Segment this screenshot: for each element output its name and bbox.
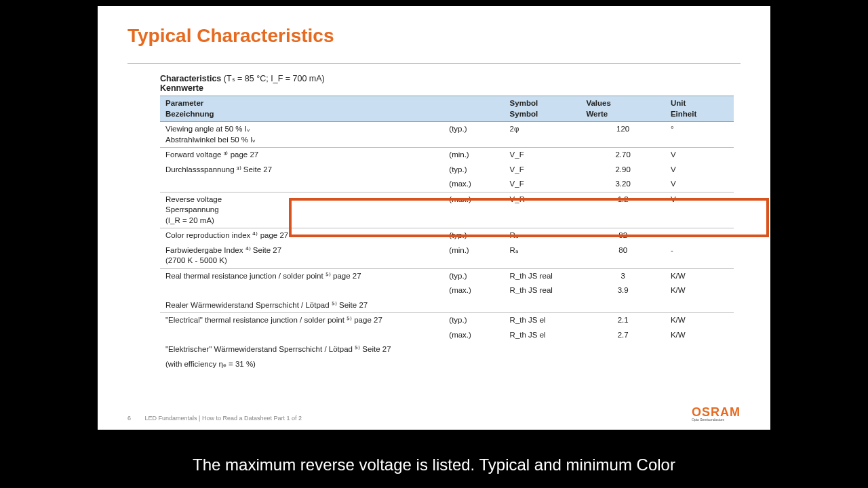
cell-u: [665, 342, 734, 357]
cell-n: (min.): [443, 148, 504, 163]
table-row: (max.)V_F3.20V: [160, 177, 734, 192]
cell-u: °: [665, 122, 734, 148]
page-number: 6: [127, 415, 131, 422]
table-row: "Electrical" thermal resistance junction…: [160, 313, 734, 328]
table-row: Viewing angle at 50 % IᵥAbstrahlwinkel b…: [160, 122, 734, 148]
cell-n: (min.): [443, 243, 504, 269]
slide: Typical Characteristics Characteristics …: [98, 6, 770, 430]
cell-n: (typ.): [443, 122, 504, 148]
cell-v: 2.7: [580, 328, 665, 343]
cell-s: [505, 342, 581, 357]
footer-text: LED Fundamentals | How to Read a Datashe…: [145, 415, 302, 422]
cell-s: R_th JS real: [505, 268, 581, 283]
char-conditions: (Tₛ = 85 °C; I_F = 700 mA): [224, 74, 325, 83]
cell-n: (max.): [443, 328, 504, 343]
cell-u: V: [665, 163, 734, 178]
char-label: Characteristics: [160, 74, 221, 83]
table-row: Farbwiedergabe Index ⁴⁾ Seite 27(2700 K …: [160, 243, 734, 269]
header-symbol: SymbolSymbol: [505, 96, 581, 122]
cell-s: V_F: [505, 177, 581, 192]
slide-title: Typical Characteristics: [127, 25, 741, 47]
cell-p: "Elektrischer" Wärmewiderstand Sperrschi…: [160, 342, 443, 357]
cell-u: [665, 357, 734, 372]
header-parameter: ParameterBezeichnung: [160, 96, 443, 122]
kennwerte-label: Kennwerte: [160, 83, 734, 93]
cell-v: 80: [580, 243, 665, 269]
cell-p: [160, 283, 443, 298]
table-row: Real thermal resistance junction / solde…: [160, 268, 734, 283]
cell-s: V_F: [505, 163, 581, 178]
cell-s: [505, 357, 581, 372]
table-row: Durchlassspannung ³⁾ Seite 27(typ.)V_F2.…: [160, 163, 734, 178]
cell-n: (typ.): [443, 228, 504, 243]
table-row: Color reproduction index ⁴⁾ page 27(typ.…: [160, 228, 734, 243]
cell-v: [580, 298, 665, 313]
brand-logo: OSRAM Opto Semiconductors: [692, 406, 741, 422]
cell-n: [443, 357, 504, 372]
cell-s: R_th JS real: [505, 283, 581, 298]
cell-p: Farbwiedergabe Index ⁴⁾ Seite 27(2700 K …: [160, 243, 443, 269]
table-row: "Elektrischer" Wärmewiderstand Sperrschi…: [160, 342, 734, 357]
cell-p: "Electrical" thermal resistance junction…: [160, 313, 443, 328]
cell-p: Realer Wärmewiderstand Sperrschicht / Lö…: [160, 298, 443, 313]
cell-u: V: [665, 192, 734, 228]
brand-name: OSRAM: [692, 405, 741, 419]
cell-s: R_th JS el: [505, 328, 581, 343]
cell-s: 2φ: [505, 122, 581, 148]
cell-u: [665, 298, 734, 313]
cell-u: V: [665, 177, 734, 192]
table-row: (max.)R_th JS real3.9K/W: [160, 283, 734, 298]
cell-v: 1.2: [580, 192, 665, 228]
table-row: (max.)R_th JS el2.7K/W: [160, 328, 734, 343]
cell-n: (max.): [443, 177, 504, 192]
cell-u: V: [665, 148, 734, 163]
cell-s: V_F: [505, 148, 581, 163]
characteristics-heading: Characteristics (Tₛ = 85 °C; I_F = 700 m…: [160, 73, 734, 83]
divider: [127, 63, 741, 64]
cell-u: K/W: [665, 313, 734, 328]
cell-s: V_R: [505, 192, 581, 228]
cell-u: K/W: [665, 328, 734, 343]
cell-s: Rₐ: [505, 243, 581, 269]
cell-p: (with efficiency ηₑ = 31 %): [160, 357, 443, 372]
cell-n: (max.): [443, 283, 504, 298]
footer-left: 6 LED Fundamentals | How to Read a Datas…: [127, 415, 302, 422]
cell-v: 120: [580, 122, 665, 148]
table-header-row: ParameterBezeichnung SymbolSymbol Values…: [160, 96, 734, 122]
cell-p: Color reproduction index ⁴⁾ page 27: [160, 228, 443, 243]
table-row: Realer Wärmewiderstand Sperrschicht / Lö…: [160, 298, 734, 313]
cell-v: 3.9: [580, 283, 665, 298]
cell-u: -: [665, 243, 734, 269]
header-note: [443, 96, 504, 122]
slide-footer: 6 LED Fundamentals | How to Read a Datas…: [127, 406, 741, 422]
cell-n: (typ.): [443, 163, 504, 178]
cell-v: 82: [580, 228, 665, 243]
cell-v: 2.90: [580, 163, 665, 178]
cell-p: Reverse voltageSperrspannung(I_R = 20 mA…: [160, 192, 443, 228]
video-caption: The maximum reverse voltage is listed. T…: [0, 455, 868, 474]
cell-v: 2.70: [580, 148, 665, 163]
cell-n: [443, 342, 504, 357]
cell-u: K/W: [665, 283, 734, 298]
cell-p: Forward voltage ³⁾ page 27: [160, 148, 443, 163]
cell-v: [580, 357, 665, 372]
cell-u: -: [665, 228, 734, 243]
cell-p: Viewing angle at 50 % IᵥAbstrahlwinkel b…: [160, 122, 443, 148]
cell-n: (typ.): [443, 268, 504, 283]
cell-s: R_th JS el: [505, 313, 581, 328]
cell-u: K/W: [665, 268, 734, 283]
cell-n: (max.): [443, 192, 504, 228]
cell-s: Rₐ: [505, 228, 581, 243]
characteristics-table: ParameterBezeichnung SymbolSymbol Values…: [160, 96, 734, 371]
content-area: Characteristics (Tₛ = 85 °C; I_F = 700 m…: [160, 73, 734, 371]
cell-v: 3.20: [580, 177, 665, 192]
table-row: Forward voltage ³⁾ page 27(min.)V_F2.70V: [160, 148, 734, 163]
cell-n: (typ.): [443, 313, 504, 328]
table-row: Reverse voltageSperrspannung(I_R = 20 mA…: [160, 192, 734, 228]
cell-p: [160, 328, 443, 343]
cell-n: [443, 298, 504, 313]
cell-v: [580, 342, 665, 357]
cell-p: Real thermal resistance junction / solde…: [160, 268, 443, 283]
cell-s: [505, 298, 581, 313]
header-values: ValuesWerte: [580, 96, 665, 122]
